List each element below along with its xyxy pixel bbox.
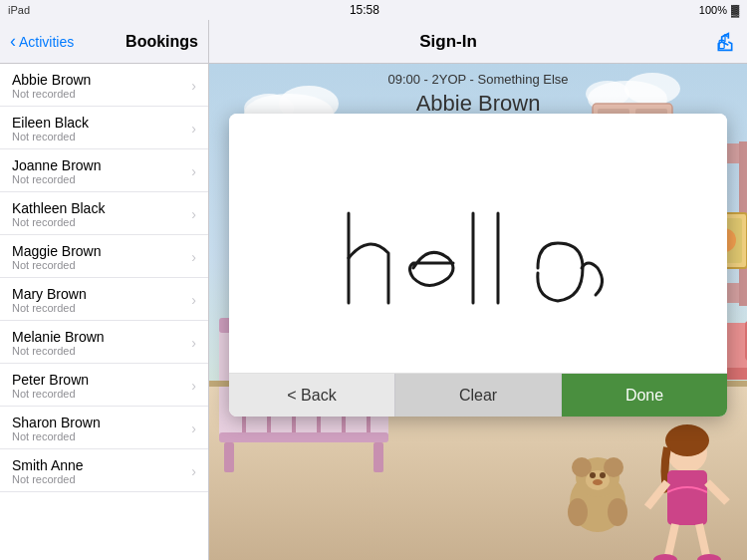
- chevron-right-icon: ›: [191, 121, 196, 137]
- list-item-status: Not recorded: [12, 131, 89, 142]
- signature-pad[interactable]: [229, 114, 727, 373]
- back-button[interactable]: < Back: [229, 374, 394, 417]
- list-item-content: Sharon Brown Not recorded: [12, 415, 101, 442]
- list-item-content: Maggie Brown Not recorded: [12, 243, 102, 271]
- list-item-name: Eileen Black: [12, 115, 89, 131]
- chevron-right-icon: ›: [191, 206, 196, 222]
- booking-time: 09:00 - 2YOP - Something Else: [209, 72, 747, 87]
- list-item-content: Smith Anne Not recorded: [12, 457, 84, 485]
- svg-rect-39: [374, 442, 383, 472]
- list-item-name: Kathleen Black: [12, 200, 105, 216]
- list-item[interactable]: Melanie Brown Not recorded ›: [0, 321, 208, 364]
- list-item-status: Not recorded: [12, 430, 101, 442]
- list-item-name: Abbie Brown: [12, 72, 91, 88]
- nav-bar: ‹ Activities Bookings Sign-In: [0, 20, 747, 64]
- svg-point-51: [600, 472, 606, 478]
- list-item-name: Melanie Brown: [12, 329, 105, 345]
- list-item-name: Joanne Brown: [12, 157, 102, 173]
- back-arrow-icon: ‹: [10, 31, 16, 52]
- status-right: 100% ▓: [699, 4, 739, 16]
- device-label: iPad: [8, 4, 30, 16]
- share-icon[interactable]: [715, 32, 735, 52]
- bookings-title: Bookings: [125, 33, 198, 51]
- list-item-status: Not recorded: [12, 388, 89, 400]
- back-label: Activities: [19, 34, 74, 50]
- svg-point-50: [590, 472, 596, 478]
- time-label: 15:58: [350, 3, 379, 17]
- list-item[interactable]: Kathleen Black Not recorded ›: [0, 192, 208, 235]
- nav-center-section: Sign-In: [209, 32, 687, 52]
- list-item[interactable]: Peter Brown Not recorded ›: [0, 364, 208, 407]
- list-item[interactable]: Abbie Brown Not recorded ›: [0, 64, 208, 107]
- svg-rect-29: [219, 432, 388, 442]
- back-button[interactable]: ‹ Activities: [10, 31, 74, 52]
- svg-point-48: [608, 498, 627, 526]
- done-button[interactable]: Done: [561, 374, 727, 417]
- battery-icon: ▓: [731, 4, 739, 16]
- list-item[interactable]: Joanne Brown Not recorded ›: [0, 149, 208, 192]
- battery-label: 100%: [699, 4, 727, 16]
- list-item[interactable]: Eileen Black Not recorded ›: [0, 107, 208, 149]
- list-item-content: Kathleen Black Not recorded: [12, 200, 105, 228]
- list-item-name: Maggie Brown: [12, 243, 102, 259]
- list-item[interactable]: Smith Anne Not recorded ›: [0, 449, 208, 492]
- sidebar: Abbie Brown Not recorded › Eileen Black …: [0, 64, 209, 560]
- main-content: ★ ★ A: [209, 64, 747, 560]
- svg-point-54: [665, 424, 709, 456]
- nav-left-section: ‹ Activities Bookings: [0, 20, 209, 63]
- booking-header: 09:00 - 2YOP - Something Else Abbie Brow…: [209, 72, 747, 117]
- list-item-content: Abbie Brown Not recorded: [12, 72, 91, 100]
- list-item-status: Not recorded: [12, 216, 105, 228]
- svg-point-47: [568, 498, 588, 526]
- list-item-status: Not recorded: [12, 345, 105, 357]
- status-bar: iPad 15:58 100% ▓: [0, 0, 747, 20]
- list-item[interactable]: Sharon Brown Not recorded ›: [0, 407, 208, 449]
- list-item-name: Mary Brown: [12, 286, 87, 302]
- list-item-status: Not recorded: [12, 173, 102, 185]
- list-item-name: Smith Anne: [12, 457, 84, 473]
- list-item-status: Not recorded: [12, 259, 102, 271]
- chevron-right-icon: ›: [191, 249, 196, 265]
- list-item-content: Peter Brown Not recorded: [12, 372, 89, 400]
- list-item-status: Not recorded: [12, 473, 84, 485]
- clear-button[interactable]: Clear: [394, 374, 561, 417]
- chevron-right-icon: ›: [191, 378, 196, 394]
- list-item-content: Mary Brown Not recorded: [12, 286, 87, 314]
- list-item-status: Not recorded: [12, 302, 87, 314]
- signature-modal: < Back Clear Done: [229, 114, 727, 417]
- list-item-content: Eileen Black Not recorded: [12, 115, 89, 142]
- svg-rect-38: [224, 442, 234, 472]
- modal-buttons: < Back Clear Done: [229, 373, 727, 417]
- list-item[interactable]: Mary Brown Not recorded ›: [0, 278, 208, 321]
- list-item-content: Melanie Brown Not recorded: [12, 329, 105, 357]
- chevron-right-icon: ›: [191, 292, 196, 308]
- chevron-right-icon: ›: [191, 78, 196, 94]
- chevron-right-icon: ›: [191, 163, 196, 179]
- list-item-name: Peter Brown: [12, 372, 89, 388]
- chevron-right-icon: ›: [191, 335, 196, 351]
- list-item-name: Sharon Brown: [12, 415, 101, 430]
- list-item[interactable]: Maggie Brown Not recorded ›: [0, 235, 208, 278]
- svg-point-52: [593, 479, 603, 485]
- nav-right-section: [687, 32, 747, 52]
- chevron-right-icon: ›: [191, 420, 196, 436]
- list-item-content: Joanne Brown Not recorded: [12, 157, 102, 185]
- svg-rect-55: [667, 470, 707, 525]
- list-item-status: Not recorded: [12, 88, 91, 100]
- nav-title: Sign-In: [419, 32, 477, 52]
- chevron-right-icon: ›: [191, 463, 196, 479]
